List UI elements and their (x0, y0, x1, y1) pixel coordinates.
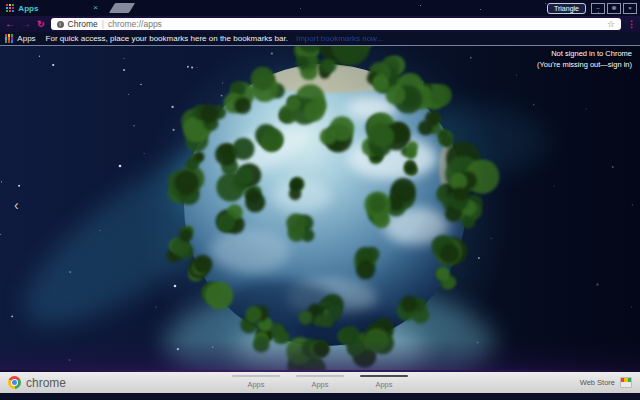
browser-window: Apps × Triangle – ⊗ × ← → ↻ i Chrome | c… (0, 0, 640, 400)
reload-icon[interactable]: ↻ (37, 19, 45, 29)
page-info-icon[interactable]: i (57, 21, 64, 28)
bookmark-star-icon[interactable]: ☆ (607, 20, 615, 29)
web-store-link[interactable]: Web Store (580, 377, 632, 388)
toolbar: ← → ↻ i Chrome | chrome://apps ☆ ⋮ (0, 16, 640, 32)
profile-badge[interactable]: Triangle (547, 3, 586, 14)
new-tab-button[interactable] (109, 3, 135, 13)
theme-stars-decoration (420, 5, 421, 6)
tab-strip: Apps × Triangle – ⊗ × (0, 0, 640, 16)
tab-close-icon[interactable]: × (93, 4, 98, 12)
close-icon[interactable]: × (623, 3, 637, 14)
bookmarks-bar: Apps For quick access, place your bookma… (0, 32, 640, 46)
url-chip-separator: | (102, 19, 104, 29)
apps-grid-icon (6, 4, 14, 12)
signin-link[interactable]: (You're missing out—sign in) (537, 60, 632, 71)
chrome-brand: chrome (8, 376, 66, 390)
page-indicator (296, 375, 344, 377)
restore-icon[interactable]: ⊗ (607, 3, 621, 14)
bookmarks-apps-label: Apps (17, 34, 35, 43)
page-back-chevron-icon[interactable]: ‹ (14, 198, 19, 212)
window-controls: – ⊗ × (591, 3, 637, 14)
tab-label: Apps (18, 4, 38, 13)
launcher-page-2[interactable]: Apps (296, 375, 344, 389)
import-bookmarks-link[interactable]: Import bookmarks now... (296, 34, 383, 43)
page-indicator (232, 375, 280, 377)
page-indicator (360, 375, 408, 377)
url-chip-label: Chrome (68, 19, 98, 29)
apps-grid-icon (5, 34, 13, 42)
url-text: chrome://apps (108, 19, 162, 29)
page-label: Apps (360, 380, 408, 389)
bookmarks-apps-shortcut[interactable]: Apps (5, 34, 36, 43)
app-launcher-bar: chrome Apps Apps Apps Web Store (0, 372, 640, 393)
bookmarks-hint-text: For quick access, place your bookmarks h… (46, 34, 288, 43)
minimize-icon[interactable]: – (591, 3, 605, 14)
chrome-logo-icon (8, 376, 21, 389)
back-icon[interactable]: ← (5, 19, 15, 29)
new-tab-page-background: Not signed in to Chrome (You're missing … (0, 46, 640, 370)
launcher-page-3[interactable]: Apps (360, 375, 408, 389)
address-bar[interactable]: i Chrome | chrome://apps ☆ (51, 18, 621, 30)
planet-wallpaper (0, 46, 640, 370)
signin-line1: Not signed in to Chrome (537, 49, 632, 60)
chrome-brand-label: chrome (26, 376, 66, 390)
browser-menu-icon[interactable]: ⋮ (627, 20, 635, 29)
page-label: Apps (296, 380, 344, 389)
web-store-label: Web Store (580, 378, 615, 387)
page-label: Apps (232, 380, 280, 389)
forward-icon[interactable]: → (21, 19, 31, 29)
launcher-page-switcher: Apps Apps Apps (232, 375, 408, 389)
tab-apps[interactable]: Apps × (0, 0, 104, 16)
launcher-page-1[interactable]: Apps (232, 375, 280, 389)
web-store-icon (620, 377, 632, 388)
signin-notice: Not signed in to Chrome (You're missing … (537, 49, 632, 70)
window-bottom-frame (0, 393, 640, 400)
